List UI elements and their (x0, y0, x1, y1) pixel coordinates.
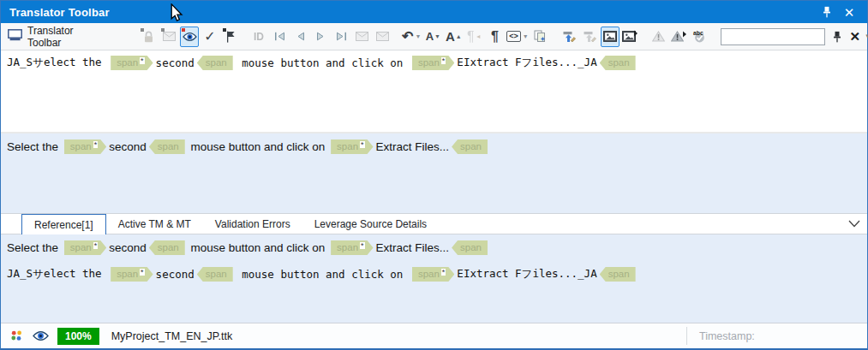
tag-label: span (418, 58, 440, 68)
last-segment-icon[interactable] (332, 27, 350, 47)
toolbar-icons: ✓ID↶▼A▼A▲¶◄¶<>▼abc (138, 27, 710, 47)
translator-toolbar-window: Translator Toolbar ✕ Translator Toolbar … (0, 0, 868, 350)
open-tag[interactable]: span* (412, 267, 454, 282)
eye-icon[interactable] (180, 27, 199, 47)
warning-next-icon[interactable] (670, 27, 689, 47)
flag-icon[interactable] (221, 27, 240, 47)
window-title: Translator Toolbar (9, 6, 110, 19)
paragraph-previous-icon[interactable]: ¶◄ (464, 27, 483, 47)
tag-label: span (158, 243, 179, 253)
font-decrease-icon[interactable]: A▼ (423, 27, 442, 47)
open-tag[interactable]: span* (64, 240, 106, 255)
undo-icon[interactable]: ↶▼ (401, 27, 422, 47)
translate-all-icon[interactable] (580, 27, 599, 47)
tab-leverage-source-details[interactable]: Leverage Source Details (302, 214, 439, 234)
tag-label: span (70, 243, 92, 253)
mail-next-icon[interactable] (373, 27, 392, 47)
tag-label: span (158, 142, 179, 152)
svg-text:abc: abc (693, 30, 703, 36)
previous-segment-icon[interactable] (290, 27, 309, 47)
toolbar-pin-icon[interactable] (832, 27, 843, 46)
copy-source-icon[interactable] (531, 27, 550, 47)
warning-icon[interactable] (650, 27, 668, 47)
reference-target-text[interactable]: Select the span*secondspan mouse button … (7, 240, 861, 255)
target-segment-text[interactable]: Select the span*secondspan mouse button … (7, 139, 861, 154)
open-tag[interactable]: span* (331, 240, 373, 255)
project-filename: MyProject_TM_EN_JP.ttk (111, 330, 232, 342)
match-percent-badge: 100% (57, 328, 99, 345)
status-bar: 100% MyProject_TM_EN_JP.ttk Timestamp: (1, 323, 867, 348)
tab-reference[interactable]: Reference[1] (21, 214, 106, 234)
title-bar[interactable]: Translator Toolbar ✕ (1, 1, 867, 23)
preview-eye-icon[interactable] (33, 330, 49, 341)
combobox-dropdown-icon[interactable]: ▼ (861, 33, 868, 40)
open-tag[interactable]: span* (412, 56, 454, 70)
statusbar-divider (686, 327, 687, 345)
segment-text: EIxtract Fフiles..._JA (457, 56, 596, 70)
tab-active-tm-mt[interactable]: Active TM & MT (106, 214, 203, 234)
close-tag[interactable]: span (452, 139, 488, 154)
tags-icon[interactable]: <>▼ (506, 27, 529, 47)
tag-star-marker: * (140, 269, 145, 276)
open-tag[interactable]: span* (331, 139, 373, 154)
tag-label: span (460, 243, 482, 253)
target-segment-panel[interactable]: Select the span*secondspan mouse button … (1, 132, 867, 213)
close-tag[interactable]: span (600, 56, 636, 70)
tag-label: span (608, 270, 630, 280)
reference-source-text[interactable]: JA_Sサelect the span*secondspan mouse but… (7, 267, 861, 282)
check-icon[interactable]: ✓ (201, 27, 219, 47)
tag-star-marker: * (140, 57, 145, 64)
tag-label: span (418, 270, 440, 280)
source-segment-text[interactable]: JA_Sサelect the span*secondspan mouse but… (7, 56, 861, 70)
segment-text: Select the (7, 140, 62, 153)
translate-icon[interactable] (560, 27, 578, 47)
mail-icon[interactable] (159, 27, 178, 47)
tag-star-marker: * (441, 269, 446, 276)
open-tag[interactable]: span* (64, 139, 106, 154)
close-icon[interactable]: ✕ (840, 3, 859, 21)
color-marbles-icon[interactable] (9, 329, 24, 342)
close-tag[interactable]: span (452, 240, 488, 255)
tag-star-marker: * (441, 57, 446, 64)
tag-label: span (117, 58, 138, 68)
close-tag[interactable]: span (600, 267, 636, 282)
segment-text: Extract Files... (376, 241, 450, 254)
tag-label: span (70, 142, 92, 152)
picture-next-icon[interactable] (621, 27, 640, 47)
source-segment-panel[interactable]: JA_Sサelect the span*secondspan mouse but… (1, 50, 867, 132)
filter-combobox[interactable]: ▼ (721, 28, 825, 45)
segment-text: JA_Sサelect the (7, 267, 108, 282)
pin-icon[interactable] (817, 3, 836, 21)
segment-text: second (109, 241, 147, 254)
segment-text: second (109, 140, 147, 153)
tag-star-marker: * (93, 242, 99, 249)
open-tag[interactable]: span* (111, 267, 153, 282)
tab-validation-errors[interactable]: Validation Errors (203, 214, 302, 234)
tag-label: span (337, 243, 358, 253)
tag-label: span (206, 270, 227, 280)
tag-label: span (608, 58, 630, 68)
bottom-tab-bar: Reference[1] Active TM & MT Validation E… (1, 213, 867, 234)
segment-text: mouse button and click on (236, 56, 410, 69)
picture-icon[interactable] (601, 27, 620, 47)
close-tag[interactable]: span (149, 240, 185, 255)
font-increase-icon[interactable]: A▲ (444, 27, 463, 47)
close-tag[interactable]: span (149, 139, 185, 154)
close-tag[interactable]: span (197, 56, 233, 70)
lock-icon[interactable] (139, 27, 158, 47)
first-segment-icon[interactable] (270, 27, 289, 47)
segment-text: second (156, 268, 195, 281)
paragraph-marks-icon[interactable]: ¶ (485, 27, 504, 47)
close-tag[interactable]: span (197, 267, 233, 282)
tag-star-marker: * (93, 141, 99, 148)
id-icon[interactable]: ID (249, 27, 268, 47)
toolbar-close-icon[interactable]: ✕ (849, 27, 860, 46)
spellcheck-icon[interactable]: abc (691, 27, 709, 47)
next-segment-icon[interactable] (311, 27, 330, 47)
tab-overflow-chevron-icon[interactable] (848, 214, 860, 234)
segment-text: Extract Files... (376, 140, 450, 153)
tag-label: span (117, 270, 138, 280)
mail-previous-icon[interactable] (352, 27, 371, 47)
open-tag[interactable]: span* (111, 56, 153, 70)
segment-text: mouse button and click on (236, 268, 410, 281)
